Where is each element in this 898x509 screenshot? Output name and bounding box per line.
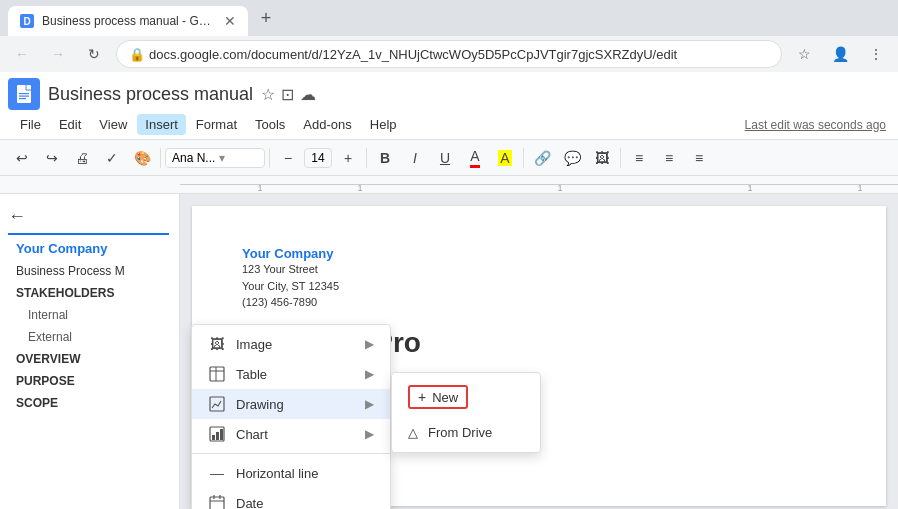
sidebar-item-company[interactable]: Your Company <box>0 237 179 260</box>
ruler-mark-3: 1 <box>557 183 562 193</box>
insert-image[interactable]: 🖼 Image ▶ <box>192 329 390 359</box>
separator-1 <box>160 148 161 168</box>
tab-favicon: D <box>20 14 34 28</box>
last-edit-text[interactable]: Last edit was seconds ago <box>745 118 886 132</box>
drawing-new[interactable]: + New <box>392 377 540 417</box>
ruler-line <box>180 184 898 185</box>
insert-menu: 🖼 Image ▶ Table ▶ Drawing <box>191 324 391 509</box>
sidebar-back-button[interactable]: ← <box>0 202 179 231</box>
doc-company-name: Your Company <box>242 246 836 261</box>
font-size-increase[interactable]: + <box>334 144 362 172</box>
insert-date[interactable]: Date <box>192 488 390 509</box>
svg-rect-11 <box>220 429 223 440</box>
print-button[interactable]: 🖨 <box>68 144 96 172</box>
main-content: ← Your Company Business Process M STAKEH… <box>0 194 898 509</box>
svg-rect-2 <box>19 96 29 97</box>
sidebar-item-external[interactable]: External <box>0 326 179 348</box>
table-icon <box>208 365 226 383</box>
horizontal-line-label: Horizontal line <box>236 466 374 481</box>
new-highlight-box: + New <box>408 385 468 409</box>
doc-title[interactable]: Business process manual <box>48 84 253 105</box>
separator-2 <box>269 148 270 168</box>
doc-address-2: Your City, ST 12345 <box>242 278 836 295</box>
address-bar: ← → ↻ 🔒 docs.google.com/document/d/12YzA… <box>0 36 898 72</box>
doc-address-3: (123) 456-7890 <box>242 294 836 311</box>
drawing-arrow: ▶ <box>365 397 374 411</box>
menu-tools[interactable]: Tools <box>247 114 293 135</box>
spellcheck-button[interactable]: ✓ <box>98 144 126 172</box>
insert-chart[interactable]: Chart ▶ <box>192 419 390 449</box>
menu-insert[interactable]: Insert <box>137 114 186 135</box>
profile-button[interactable]: 👤 <box>826 40 854 68</box>
sidebar-item-overview[interactable]: OVERVIEW <box>0 348 179 370</box>
drawing-from-drive[interactable]: △ From Drive <box>392 417 540 448</box>
active-tab[interactable]: D Business process manual - Goog ✕ <box>8 6 248 36</box>
sidebar-item-purpose[interactable]: PURPOSE <box>0 370 179 392</box>
back-button[interactable]: ← <box>8 40 36 68</box>
image-icon: 🖼 <box>208 335 226 353</box>
new-tab-button[interactable]: + <box>252 4 280 32</box>
image-arrow: ▶ <box>365 337 374 351</box>
undo-button[interactable]: ↩ <box>8 144 36 172</box>
comment-button[interactable]: 💬 <box>558 144 586 172</box>
text-color-button[interactable]: A <box>461 144 489 172</box>
font-size-value[interactable]: 14 <box>304 148 332 168</box>
align-left-button[interactable]: ≡ <box>625 144 653 172</box>
drawing-submenu: + New △ From Drive <box>391 372 541 453</box>
highlight-button[interactable]: A <box>491 144 519 172</box>
image-button[interactable]: 🖼 <box>588 144 616 172</box>
ruler: 1 1 1 1 1 <box>0 176 898 194</box>
svg-rect-4 <box>210 367 224 381</box>
menu-edit[interactable]: Edit <box>51 114 89 135</box>
menu-help[interactable]: Help <box>362 114 405 135</box>
extensions-button[interactable]: ⋮ <box>862 40 890 68</box>
reload-button[interactable]: ↻ <box>80 40 108 68</box>
plus-icon: + <box>418 389 426 405</box>
tab-close-button[interactable]: ✕ <box>224 13 236 29</box>
svg-rect-7 <box>210 397 224 411</box>
forward-button[interactable]: → <box>44 40 72 68</box>
menu-bar: File Edit View Insert Format Tools Add-o… <box>8 114 890 139</box>
sidebar-item-internal[interactable]: Internal <box>0 304 179 326</box>
cloud-icon[interactable]: ☁ <box>300 85 316 104</box>
separator-5 <box>620 148 621 168</box>
sidebar-item-scope[interactable]: SCOPE <box>0 392 179 414</box>
chart-icon <box>208 425 226 443</box>
menu-file[interactable]: File <box>12 114 49 135</box>
address-input[interactable]: 🔒 docs.google.com/document/d/12YzA_1v_NH… <box>116 40 782 68</box>
sidebar-item-business-process[interactable]: Business Process M <box>0 260 179 282</box>
sidebar: ← Your Company Business Process M STAKEH… <box>0 194 180 509</box>
sidebar-item-stakeholders[interactable]: STAKEHOLDERS <box>0 282 179 304</box>
menu-addons[interactable]: Add-ons <box>295 114 359 135</box>
chrome-tab-bar: D Business process manual - Goog ✕ + <box>0 0 898 36</box>
link-button[interactable]: 🔗 <box>528 144 556 172</box>
docs-title-row: Business process manual ☆ ⊡ ☁ <box>8 76 890 114</box>
star-icon[interactable]: ☆ <box>261 85 275 104</box>
bold-button[interactable]: B <box>371 144 399 172</box>
align-center-button[interactable]: ≡ <box>655 144 683 172</box>
bookmark-icon[interactable]: ⊡ <box>281 85 294 104</box>
chart-label: Chart <box>236 427 355 442</box>
redo-button[interactable]: ↪ <box>38 144 66 172</box>
horizontal-line-icon: — <box>208 464 226 482</box>
underline-button[interactable]: U <box>431 144 459 172</box>
menu-format[interactable]: Format <box>188 114 245 135</box>
paint-button[interactable]: 🎨 <box>128 144 156 172</box>
svg-rect-3 <box>19 98 26 99</box>
table-arrow: ▶ <box>365 367 374 381</box>
date-icon <box>208 494 226 509</box>
insert-horizontal-line[interactable]: — Horizontal line <box>192 458 390 488</box>
align-right-button[interactable]: ≡ <box>685 144 713 172</box>
insert-drawing[interactable]: Drawing ▶ <box>192 389 390 419</box>
docs-logo <box>8 78 40 110</box>
insert-table[interactable]: Table ▶ <box>192 359 390 389</box>
italic-button[interactable]: I <box>401 144 429 172</box>
svg-rect-9 <box>212 435 215 440</box>
star-button[interactable]: ☆ <box>790 40 818 68</box>
font-size-decrease[interactable]: − <box>274 144 302 172</box>
svg-rect-1 <box>19 93 29 94</box>
ruler-mark-2: 1 <box>357 183 362 193</box>
separator-4 <box>523 148 524 168</box>
menu-view[interactable]: View <box>91 114 135 135</box>
font-selector[interactable]: Ana N... ▾ <box>165 148 265 168</box>
